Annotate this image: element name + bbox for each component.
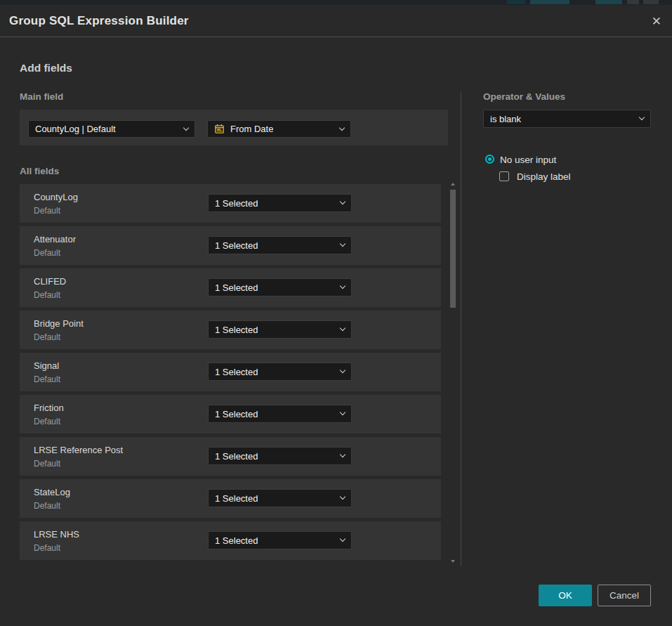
calendar-icon <box>214 124 225 134</box>
row-selection-dropdown[interactable]: 1 Selected <box>208 447 352 465</box>
field-name: StateLog <box>34 487 70 497</box>
row-selection-dropdown[interactable]: 1 Selected <box>208 194 352 212</box>
main-field-panel: CountyLog | Default From Date <box>20 110 448 145</box>
field-sublabel: Default <box>34 290 60 300</box>
cancel-button[interactable]: Cancel <box>598 585 651 606</box>
field-name: Friction <box>34 403 64 413</box>
field-name: CountyLog <box>34 192 78 202</box>
layer-dropdown[interactable]: CountyLog | Default <box>28 120 195 138</box>
chevron-down-icon <box>340 536 345 542</box>
row-selection-dropdown[interactable]: 1 Selected <box>208 489 352 507</box>
field-sublabel: Default <box>34 543 60 553</box>
radio-dot <box>488 157 492 161</box>
field-sublabel: Default <box>34 417 60 426</box>
row-selection-dropdown[interactable]: 1 Selected <box>208 320 352 339</box>
row-selection-dropdown[interactable]: 1 Selected <box>208 278 352 296</box>
main-field-dropdown[interactable]: From Date <box>207 120 351 138</box>
row-selection-dropdown-label: 1 Selected <box>215 282 258 293</box>
operator-dropdown[interactable]: is blank <box>483 110 651 128</box>
operator-dropdown-value: is blank <box>490 114 521 124</box>
chevron-down-icon <box>340 199 345 204</box>
row-selection-dropdown-label: 1 Selected <box>215 535 258 546</box>
background-app-fragment <box>627 0 639 4</box>
chevron-down-icon <box>340 452 345 457</box>
background-app-fragment <box>530 0 569 4</box>
field-name: LRSE Reference Post <box>34 445 123 455</box>
row-selection-dropdown-label: 1 Selected <box>215 367 258 377</box>
row-selection-dropdown-label: 1 Selected <box>215 493 258 504</box>
field-row: Attenuator Default 1 Selected <box>20 226 441 265</box>
dialog-title: Group SQL Expression Builder <box>9 5 189 37</box>
screen: Group SQL Expression Builder ✕ Add field… <box>0 0 672 626</box>
field-name: CLIFED <box>34 276 66 287</box>
background-app-fragment <box>643 0 659 4</box>
field-row: StateLog Default 1 Selected <box>20 479 441 518</box>
add-fields-heading: Add fields <box>20 62 72 74</box>
field-row: Bridge Point Default 1 Selected <box>20 311 441 349</box>
main-field-dropdown-value: From Date <box>230 124 273 134</box>
all-fields-list: CountyLog Default 1 Selected Attenuator … <box>20 184 441 563</box>
operator-values-label: Operator & Values <box>483 91 565 102</box>
no-user-input-radio[interactable] <box>485 155 494 164</box>
field-row: Signal Default 1 Selected <box>20 353 441 391</box>
group-sql-expression-builder-dialog: Group SQL Expression Builder ✕ Add field… <box>0 5 672 626</box>
chevron-down-icon <box>340 367 345 373</box>
scroll-down-icon[interactable] <box>451 560 455 563</box>
field-sublabel: Default <box>34 206 60 216</box>
field-row: CountyLog Default 1 Selected <box>20 184 441 223</box>
field-row: CLIFED Default 1 Selected <box>20 268 441 307</box>
panel-divider <box>461 91 461 566</box>
field-sublabel: Default <box>34 374 60 384</box>
background-app-fragment <box>507 0 525 4</box>
no-user-input-label: No user input <box>500 155 556 165</box>
layer-dropdown-value: CountyLog | Default <box>35 124 116 134</box>
field-sublabel: Default <box>34 459 60 469</box>
field-name: Bridge Point <box>34 318 84 329</box>
background-app-fragment <box>595 0 622 4</box>
row-selection-dropdown[interactable]: 1 Selected <box>208 363 352 381</box>
scroll-up-icon[interactable] <box>451 183 455 185</box>
scrollbar-thumb[interactable] <box>450 190 456 308</box>
display-label-checkbox[interactable] <box>499 171 509 181</box>
list-scrollbar[interactable] <box>449 181 456 564</box>
row-selection-dropdown-label: 1 Selected <box>215 198 258 209</box>
field-sublabel: Default <box>34 332 60 342</box>
background-app-bar <box>0 0 672 5</box>
row-selection-dropdown[interactable]: 1 Selected <box>208 236 352 254</box>
row-selection-dropdown-label: 1 Selected <box>215 451 258 462</box>
field-sublabel: Default <box>34 248 60 258</box>
chevron-down-icon <box>340 410 345 415</box>
chevron-down-icon <box>340 283 345 289</box>
field-name: LRSE NHS <box>34 529 79 540</box>
main-field-label: Main field <box>20 91 63 102</box>
field-sublabel: Default <box>34 501 60 511</box>
row-selection-dropdown-label: 1 Selected <box>215 240 258 251</box>
chevron-down-icon <box>340 241 345 247</box>
row-selection-dropdown-label: 1 Selected <box>215 325 258 335</box>
chevron-down-icon <box>340 494 345 500</box>
display-label-label: Display label <box>517 171 571 182</box>
chevron-down-icon <box>340 325 345 331</box>
dialog-titlebar: Group SQL Expression Builder ✕ <box>0 5 672 37</box>
row-selection-dropdown[interactable]: 1 Selected <box>208 405 352 423</box>
field-name: Signal <box>34 360 59 371</box>
chevron-down-icon <box>639 115 645 120</box>
row-selection-dropdown-label: 1 Selected <box>215 409 258 419</box>
field-row: LRSE NHS Default 1 Selected <box>20 521 441 560</box>
field-row: Friction Default 1 Selected <box>20 395 441 433</box>
ok-button[interactable]: OK <box>539 585 592 606</box>
chevron-down-icon <box>183 124 189 130</box>
field-row: LRSE Reference Post Default 1 Selected <box>20 437 441 476</box>
row-selection-dropdown[interactable]: 1 Selected <box>208 531 352 549</box>
chevron-down-icon <box>339 124 345 130</box>
field-name: Attenuator <box>34 234 76 244</box>
close-icon[interactable]: ✕ <box>652 15 661 27</box>
all-fields-label: All fields <box>20 166 59 176</box>
